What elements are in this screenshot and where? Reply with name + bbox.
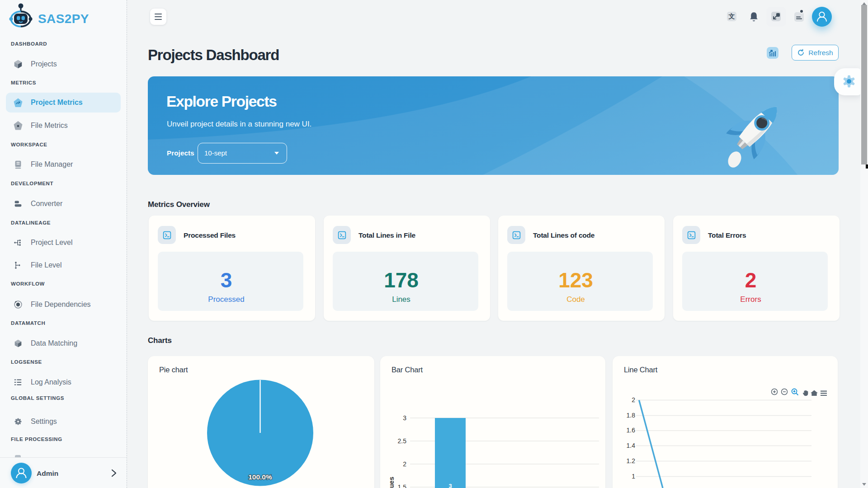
svg-text:100.0%: 100.0% [248, 473, 272, 481]
svg-text:1.6: 1.6 [627, 427, 636, 434]
svg-text:1.2: 1.2 [627, 457, 636, 465]
svg-text:3: 3 [448, 483, 452, 488]
svg-text:1: 1 [632, 473, 635, 480]
svg-text:2: 2 [632, 396, 635, 404]
svg-text:1.8: 1.8 [627, 412, 636, 419]
svg-text:3: 3 [403, 414, 406, 422]
svg-text:2.5: 2.5 [398, 437, 407, 445]
svg-text:1.4: 1.4 [627, 442, 636, 449]
svg-text:1.5: 1.5 [398, 483, 407, 488]
svg-text:2: 2 [403, 460, 406, 468]
